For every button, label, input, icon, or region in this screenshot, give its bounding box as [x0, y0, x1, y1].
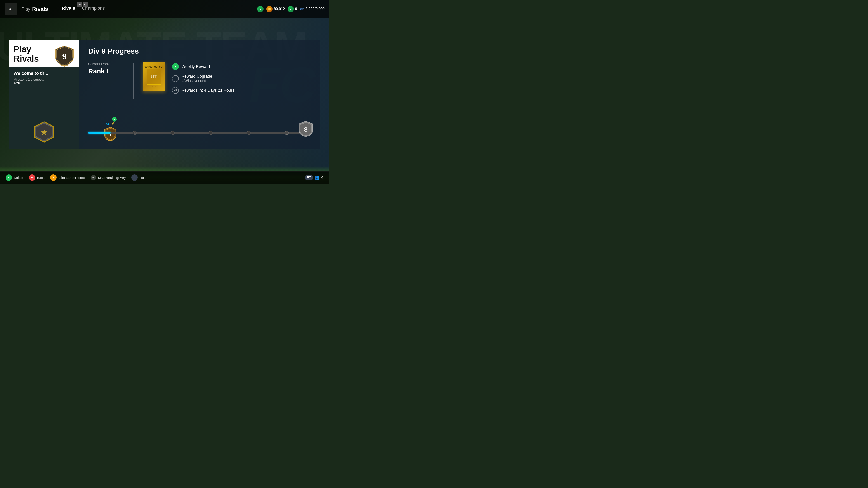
progress-track-container: ● x2 ⚡ I	[88, 124, 311, 142]
div9-title: Div 9 Progress	[88, 47, 311, 55]
b-button[interactable]: B	[29, 174, 35, 181]
action-elite: Y Elite Leaderboard	[50, 174, 85, 181]
timer-circle: ⏱	[172, 87, 179, 94]
green-icon-symbol: ▲	[259, 8, 262, 10]
welcome-text: Welcome to th...	[13, 71, 74, 76]
checkpoint-5	[285, 131, 289, 135]
controller-hints: LB RB	[77, 2, 88, 7]
progress-fill	[88, 132, 111, 133]
rank-badge-8-shield: 8	[299, 121, 313, 137]
rewards-timer-item: ⏱ Rewards in: 4 Days 21 Hours	[172, 87, 235, 94]
svg-text:8: 8	[304, 126, 308, 133]
green-value: 0	[295, 7, 297, 11]
action-matchmaking: ⟳ Matchmaking: Any	[91, 175, 126, 180]
checkpoints	[133, 131, 289, 135]
progress-row: Current Rank Rank I OUT OUT OUT OUT UT	[88, 62, 311, 115]
gold-currency-icon: 🪙	[266, 6, 273, 12]
y-button[interactable]: Y	[50, 174, 57, 181]
help-label: Help	[140, 176, 147, 180]
gold-value: 80,912	[274, 7, 285, 11]
matchmaking-label: Matchmaking: Any	[98, 176, 126, 180]
rank-section: Current Rank Rank I	[88, 62, 124, 75]
clock-icon: ⏱	[174, 89, 177, 92]
logo-text: UT	[9, 7, 13, 11]
green2-currency-icon: ▲	[287, 6, 294, 12]
currency-green2: ▲ 0	[287, 6, 297, 12]
left-card-bottom: Welcome to th... Milestone 1 progress: 4…	[9, 67, 79, 149]
svg-marker-7	[134, 132, 135, 134]
weekly-reward-check: ✓	[172, 63, 179, 70]
nav-rivals-label: Rivals	[32, 6, 48, 12]
milestone-value: 4/20	[13, 81, 74, 85]
play-rivals-card[interactable]: Play Rivals 9 Welcome to th... Miles	[9, 40, 79, 149]
action-help: ≡ Help	[131, 174, 147, 181]
green-currency-icon: ▲	[257, 6, 264, 12]
rt-badge: RT	[305, 175, 313, 180]
reward-list: ✓ Weekly Reward Reward Upgrade 4 Wins Ne…	[172, 62, 235, 94]
svg-text:★: ★	[40, 128, 48, 137]
progress-bar-section: ● x2 ⚡ I	[88, 115, 311, 142]
x2-text: x2	[106, 122, 109, 125]
checkpoint-4	[247, 131, 251, 135]
players-icon: 👥	[314, 175, 319, 180]
svg-rect-1	[61, 65, 68, 66]
a-button[interactable]: A	[6, 174, 12, 181]
checkpoint-2	[170, 131, 175, 135]
left-card-top: Play Rivals 9	[9, 40, 79, 67]
rank-value: Rank I	[88, 67, 124, 75]
nav-play-label: Play	[22, 6, 30, 12]
elite-leaderboard-label: Elite Leaderboard	[58, 176, 85, 180]
checkmark-icon: ✓	[174, 65, 177, 68]
players-count: 4	[321, 175, 323, 180]
x2-green-dot: ●	[112, 117, 117, 122]
green2-icon-symbol: ▲	[289, 8, 292, 10]
right-panel: Div 9 Progress Current Rank Rank I	[79, 40, 320, 149]
currency-green: ▲	[257, 6, 264, 12]
top-nav: LB RB UT Play Rivals Rivals Champions ▲ …	[0, 0, 329, 18]
main-content: Play Rivals 9 Welcome to th... Miles	[0, 18, 329, 171]
green-line-decoration	[13, 117, 14, 131]
bottom-right: RT 👥 4	[305, 175, 323, 180]
right-panel-inner: Div 9 Progress Current Rank Rank I	[79, 40, 320, 149]
rank-badge-8-container: 8	[299, 121, 313, 138]
reward-pack: OUT OUT OUT OUT UT • • •	[143, 62, 165, 92]
rewards-timer-label: Rewards in: 4 Days 21 Hours	[182, 88, 235, 93]
action-back: B Back	[29, 174, 44, 181]
current-rank-label: Current Rank	[88, 62, 124, 66]
svg-text:9: 9	[62, 52, 67, 61]
currency-gold: 🪙 80,912	[266, 6, 285, 12]
rank-badge-I-shield: I	[104, 127, 117, 141]
milestone-badge: ★	[33, 121, 55, 144]
lb-button[interactable]: LB	[77, 2, 82, 7]
rank-badge-i-container: ● x2 ⚡ I	[104, 122, 117, 141]
reward-section: OUT OUT OUT OUT UT • • • ✓	[143, 62, 311, 94]
weekly-reward-item: ✓ Weekly Reward	[172, 63, 235, 70]
checkpoint-1	[133, 131, 137, 135]
help-button[interactable]: ≡	[131, 174, 138, 181]
xp-value: 8,900/9,000	[305, 7, 324, 11]
xp-label: XP	[300, 7, 304, 11]
milestone-label: Milestone 1 progress:	[13, 78, 74, 81]
back-label: Back	[37, 176, 44, 180]
reward-upgrade-sub: 4 Wins Needed	[182, 79, 212, 83]
xp-currency: XP 8,900/9,000	[300, 7, 324, 11]
select-label: Select	[14, 176, 23, 180]
progress-track	[88, 132, 311, 133]
bottom-bar: A Select B Back Y Elite Leaderboard ⟳ Ma…	[0, 171, 329, 184]
rb-button[interactable]: RB	[83, 2, 88, 7]
reward-upgrade-label: Reward Upgrade	[182, 74, 212, 79]
currency-bar: ▲ 🪙 80,912 ▲ 0 XP 8,900/9,000	[257, 6, 324, 12]
nav-divider	[55, 4, 55, 13]
checkpoint-3	[209, 131, 213, 135]
action-select: A Select	[6, 174, 23, 181]
play-rivals-text: Play Rivals	[13, 45, 39, 64]
nav-logo: UT	[4, 3, 17, 15]
reward-upgrade-circle	[172, 75, 179, 82]
div9-badge: 9	[54, 45, 74, 65]
matchmaking-icon: ⟳	[91, 175, 96, 180]
tab-rivals[interactable]: Rivals	[62, 6, 75, 12]
weekly-reward-label: Weekly Reward	[182, 64, 210, 69]
reward-upgrade-item: Reward Upgrade 4 Wins Needed	[172, 74, 235, 83]
